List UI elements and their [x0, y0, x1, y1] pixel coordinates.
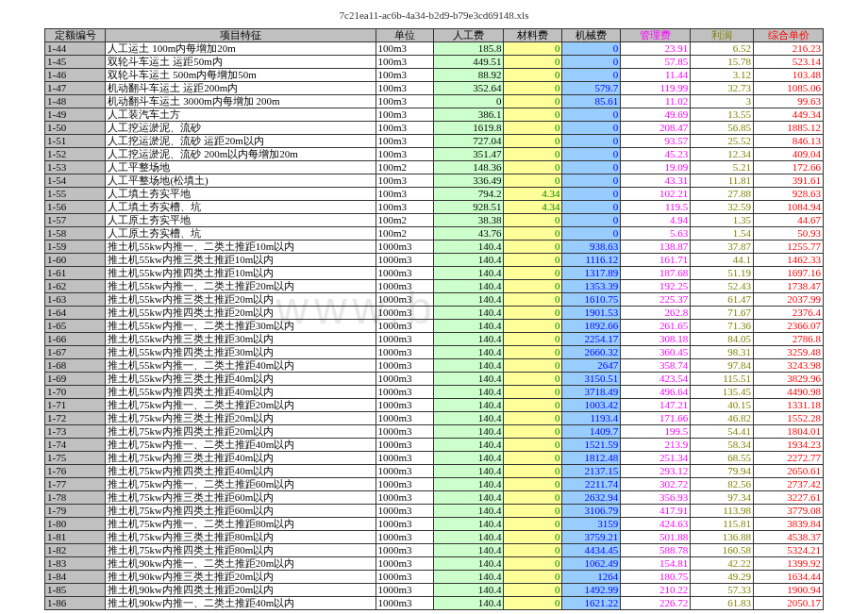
cell: 人工平整场地(松填土): [106, 174, 376, 188]
cell: 推土机75kw内推三类土推距60m以内: [106, 491, 376, 505]
table-row: 1-51人工挖运淤泥、流砂 运距20m以内100m3727.040093.572…: [45, 135, 824, 148]
table-row: 1-73推土机75kw内推四类土推距20m以内1000m3140.401409.…: [45, 425, 824, 439]
cell: 154.81: [621, 557, 691, 571]
cell: 1-60: [45, 254, 106, 267]
cell: 409.04: [754, 148, 824, 161]
cell: 37.87: [691, 241, 754, 254]
cell: 0: [504, 557, 562, 571]
cell: 1-81: [45, 531, 106, 544]
col-header-0: 定额编号: [45, 29, 106, 42]
cell: 100m3: [376, 122, 434, 135]
cell: 5324.21: [754, 544, 824, 557]
cell: 0: [504, 531, 562, 544]
cell: 推土机75kw内推一、二类土推距60m以内: [106, 478, 376, 491]
cell: 51.19: [691, 267, 754, 280]
cell: 推土机75kw内推三类土推距20m以内: [106, 412, 376, 425]
cell: 97.84: [691, 359, 754, 373]
cell: 386.1: [434, 108, 504, 122]
cell: 2786.8: [754, 333, 824, 346]
table-row: 1-86推土机90kw内推一、二类土推距40m以内1000m3140.40162…: [45, 597, 824, 610]
cell: 61.83: [691, 597, 754, 610]
cell: 4538.37: [754, 531, 824, 544]
cell: 140.4: [434, 412, 504, 425]
cell: 391.61: [754, 174, 824, 188]
cell: 160.58: [691, 544, 754, 557]
cell: 0: [504, 386, 562, 399]
cell: 推土机75kw内推四类土推距60m以内: [106, 505, 376, 518]
table-row: 1-48机动翻斗车运土 3000m内每增加 200m100m30085.6111…: [45, 95, 824, 108]
cell: 2376.4: [754, 307, 824, 320]
cell: 115.81: [691, 518, 754, 531]
table-row: 1-67推土机55kw内推四类土推距30m以内1000m3140.402660.…: [45, 346, 824, 359]
cell: 58.34: [691, 439, 754, 452]
cell: 2366.07: [754, 320, 824, 333]
cell: 机动翻斗车运土 3000m内每增加 200m: [106, 95, 376, 108]
cell: 1317.89: [562, 267, 621, 280]
cell: 1-55: [45, 188, 106, 201]
cell: 0: [504, 373, 562, 386]
cell: 0: [504, 161, 562, 174]
cell: 187.68: [621, 267, 691, 280]
cell: 140.4: [434, 531, 504, 544]
cell: 44.67: [754, 214, 824, 227]
table-row: 1-72推土机75kw内推三类土推距20m以内1000m3140.401193.…: [45, 412, 824, 425]
cell: 3259.48: [754, 346, 824, 359]
cell: 推土机75kw内推四类土推距80m以内: [106, 544, 376, 557]
cell: 1-72: [45, 412, 106, 425]
cell: 293.12: [621, 465, 691, 478]
cell: 0: [504, 69, 562, 82]
cell: 1000m3: [376, 412, 434, 425]
cell: 100m2: [376, 227, 434, 241]
cell: 13.55: [691, 108, 754, 122]
table-row: 1-52人工挖运淤泥、流砂 200m以内每增加20m100m3351.47004…: [45, 148, 824, 161]
cell: 1000m3: [376, 518, 434, 531]
cell: 1000m3: [376, 544, 434, 557]
cell: 1000m3: [376, 439, 434, 452]
cell: 1000m3: [376, 425, 434, 439]
cell: 1-82: [45, 544, 106, 557]
cell: 3839.84: [754, 518, 824, 531]
cell: 1-49: [45, 108, 106, 122]
cell: 140.4: [434, 320, 504, 333]
cell: 140.4: [434, 571, 504, 584]
cell: 推土机55kw内推一、二类土推距40m以内: [106, 359, 376, 373]
cell: 45.23: [621, 148, 691, 161]
cell: 1000m3: [376, 333, 434, 346]
cell: 1003.42: [562, 399, 621, 412]
cell: 100m3: [376, 188, 434, 201]
cell: 6.52: [691, 42, 754, 56]
table-row: 1-68推土机55kw内推一、二类土推距40m以内1000m3140.40264…: [45, 359, 824, 373]
cell: 人工原土夯实槽、坑: [106, 227, 376, 241]
cell: 93.57: [621, 135, 691, 148]
cell: 1-68: [45, 359, 106, 373]
col-header-8: 综合单价: [754, 29, 824, 42]
table-row: 1-65推土机55kw内推一、二类土推距30m以内1000m3140.40189…: [45, 320, 824, 333]
data-table: 定额编号项目特征单位人工费材料费机械费管理费利润综合单价 1-44人工运土 10…: [44, 28, 824, 610]
col-header-4: 材料费: [504, 29, 562, 42]
cell: 4.94: [621, 214, 691, 227]
cell: 1000m3: [376, 478, 434, 491]
table-row: 1-66推土机55kw内推三类土推距30m以内1000m3140.402254.…: [45, 333, 824, 346]
cell: 1621.22: [562, 597, 621, 610]
cell: 1462.33: [754, 254, 824, 267]
cell: 0: [504, 584, 562, 597]
cell: 0: [504, 452, 562, 465]
cell: 人工平整场地: [106, 161, 376, 174]
cell: 171.66: [621, 412, 691, 425]
cell: 1892.66: [562, 320, 621, 333]
cell: 推土机90kw内推四类土推距20m以内: [106, 584, 376, 597]
cell: 11.44: [621, 69, 691, 82]
cell: 2632.94: [562, 491, 621, 505]
cell: 50.93: [754, 227, 824, 241]
table-row: 1-84推土机90kw内推三类土推距20m以内1000m3140.4012641…: [45, 571, 824, 584]
cell: 336.49: [434, 174, 504, 188]
cell: 1-78: [45, 491, 106, 505]
cell: 302.72: [621, 478, 691, 491]
cell: 140.4: [434, 439, 504, 452]
cell: 3.12: [691, 69, 754, 82]
cell: 938.63: [562, 241, 621, 254]
cell: 140.4: [434, 254, 504, 267]
table-row: 1-56人工填土夯实槽、坑100m3928.514.340119.532.591…: [45, 201, 824, 214]
cell: 双轮斗车运土 运距50m内: [106, 56, 376, 69]
table-row: 1-69推土机55kw内推三类土推距40m以内1000m3140.403150.…: [45, 373, 824, 386]
